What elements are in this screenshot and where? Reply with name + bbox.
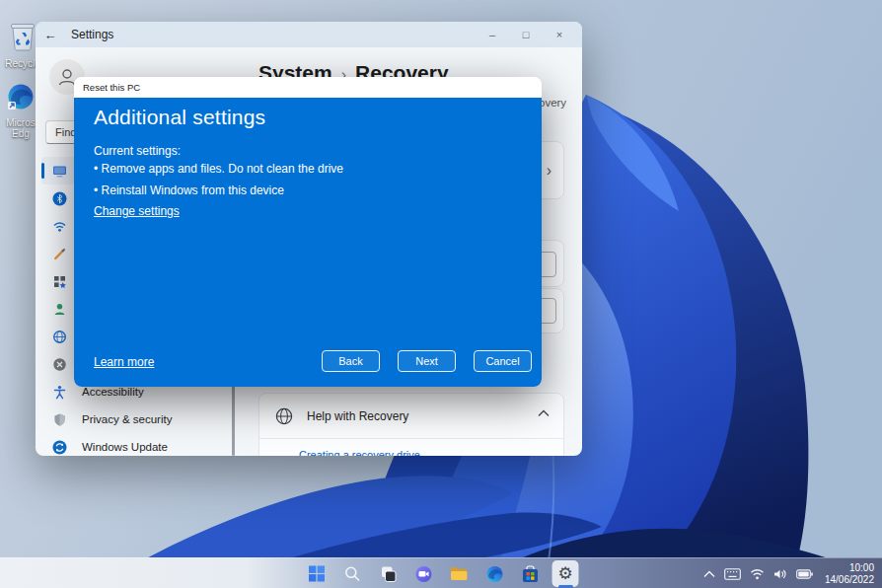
dialog-titlebar: Reset this PC bbox=[74, 77, 542, 98]
bluetooth-icon bbox=[52, 191, 67, 206]
maximize-button[interactable]: □ bbox=[509, 22, 543, 47]
change-settings-link[interactable]: Change settings bbox=[94, 204, 180, 218]
window-title: Settings bbox=[71, 28, 113, 41]
gear-icon: ⚙ bbox=[557, 565, 572, 582]
sidebar-item-windows-update[interactable]: Windows Update bbox=[41, 433, 235, 456]
microsoft-store-button[interactable] bbox=[517, 560, 544, 587]
back-button[interactable]: ← bbox=[36, 28, 65, 42]
touch-keyboard-icon[interactable] bbox=[724, 568, 741, 580]
search-button[interactable] bbox=[339, 560, 366, 587]
selection-accent-bar bbox=[41, 163, 44, 179]
apps-icon bbox=[52, 274, 67, 289]
edge-icon bbox=[7, 83, 35, 110]
accessibility-icon bbox=[52, 385, 67, 400]
battery-icon[interactable] bbox=[796, 569, 813, 579]
learn-more-link[interactable]: Learn more bbox=[94, 355, 154, 369]
close-button[interactable]: × bbox=[543, 22, 576, 47]
recycle-bin-icon bbox=[8, 20, 37, 51]
reset-pc-dialog: Reset this PC Additional settings Curren… bbox=[74, 77, 542, 387]
windows-update-icon bbox=[52, 440, 67, 455]
volume-icon[interactable] bbox=[773, 568, 787, 580]
time-language-icon bbox=[52, 330, 67, 344]
gaming-icon bbox=[52, 357, 67, 372]
file-explorer-button[interactable] bbox=[446, 560, 473, 587]
windows-start-icon bbox=[309, 565, 326, 582]
help-section-title: Help with Recovery bbox=[307, 409, 408, 423]
chat-button[interactable] bbox=[410, 560, 437, 587]
globe-help-icon bbox=[275, 407, 293, 425]
file-explorer-icon bbox=[450, 565, 469, 582]
edge-button[interactable] bbox=[481, 560, 508, 587]
wifi-icon[interactable] bbox=[750, 568, 765, 580]
divider bbox=[259, 438, 563, 439]
sidebar-item-privacy-security[interactable]: Privacy & security bbox=[41, 405, 235, 433]
search-icon bbox=[344, 565, 361, 582]
chevron-up-icon bbox=[538, 409, 550, 417]
back-button[interactable]: Back bbox=[322, 350, 380, 372]
system-tray: 10:00 14/06/2022 bbox=[703, 558, 874, 588]
system-icon bbox=[52, 164, 67, 179]
taskbar-center-icons: ⚙ bbox=[304, 558, 579, 588]
task-view-button[interactable] bbox=[375, 560, 402, 587]
settings-button[interactable]: ⚙ bbox=[552, 560, 579, 587]
chevron-right-icon: › bbox=[547, 162, 551, 180]
clipped-description-fragment: overy bbox=[539, 97, 566, 109]
dialog-body: Additional settings Current settings: • … bbox=[74, 98, 542, 387]
accounts-icon bbox=[52, 302, 67, 317]
sidebar-scrollbar[interactable] bbox=[232, 385, 235, 456]
taskbar: ⚙ bbox=[0, 557, 882, 588]
current-settings-label: Current settings: bbox=[94, 144, 181, 158]
cancel-button[interactable]: Cancel bbox=[474, 350, 532, 372]
help-with-recovery-card: Help with Recovery Creating a recovery d… bbox=[258, 393, 564, 456]
setting-bullet: • Reinstall Windows from this device bbox=[94, 184, 284, 197]
dialog-heading: Additional settings bbox=[94, 106, 265, 129]
chat-icon bbox=[414, 565, 432, 583]
setting-bullet: • Remove apps and files. Do not clean th… bbox=[94, 162, 343, 176]
microsoft-store-icon bbox=[521, 565, 539, 583]
screen: Recycle Micros Edg ← Settings – □ bbox=[0, 0, 882, 588]
privacy-security-icon bbox=[52, 412, 67, 427]
tray-chevron-up-icon[interactable] bbox=[703, 570, 715, 578]
clock[interactable]: 10:00 14/06/2022 bbox=[825, 562, 874, 586]
task-view-icon bbox=[379, 565, 397, 583]
help-expander-header[interactable]: Help with Recovery bbox=[259, 394, 563, 438]
start-button[interactable] bbox=[304, 560, 331, 587]
minimize-button[interactable]: – bbox=[476, 22, 509, 47]
tray-date: 14/06/2022 bbox=[825, 574, 874, 586]
help-link[interactable]: Creating a recovery drive bbox=[299, 449, 420, 456]
edge-icon bbox=[485, 565, 503, 583]
personalization-icon bbox=[52, 247, 67, 261]
network-icon bbox=[52, 219, 67, 234]
settings-window: ← Settings – □ × Find bbox=[36, 22, 582, 456]
dialog-title: Reset this PC bbox=[83, 82, 140, 93]
window-titlebar: ← Settings – □ × bbox=[36, 22, 582, 47]
tray-time: 10:00 bbox=[825, 562, 874, 574]
next-button[interactable]: Next bbox=[398, 350, 456, 372]
